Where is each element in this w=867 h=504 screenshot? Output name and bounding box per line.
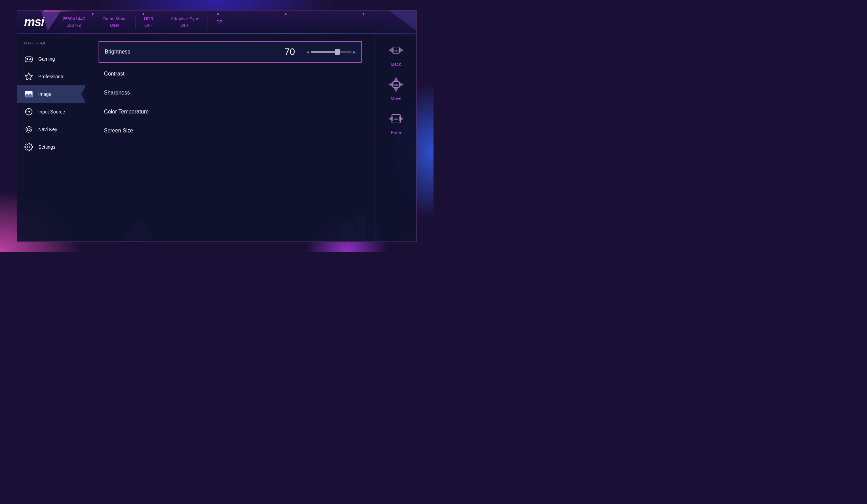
brightness-slider[interactable]: ◀ ▶ [307, 50, 356, 54]
svg-point-10 [30, 59, 30, 60]
setting-brightness[interactable]: Brightness 70 ◀ ▶ [98, 41, 362, 63]
sidebar-item-label-settings: Settings [38, 144, 55, 150]
setting-color-temperature[interactable]: Color Temperature [98, 104, 362, 120]
sidebar: MAG 275QF Gaming [17, 34, 85, 242]
svg-point-20 [28, 146, 30, 148]
dot-3 [217, 13, 219, 15]
settings-icon [24, 142, 33, 152]
dot-2 [142, 13, 144, 15]
sidebar-item-input-source[interactable]: Input Source [17, 103, 85, 120]
sidebar-item-label-navi: Navi Key [38, 127, 57, 132]
enter-dpad: OK [387, 109, 405, 128]
enter-control[interactable]: OK Enter [387, 109, 405, 135]
sidebar-item-label-input: Input Source [38, 109, 65, 115]
back-label: Back [391, 62, 401, 67]
header: msi 2560X1440 180 HZ Game Mode User HDR … [17, 11, 416, 34]
svg-point-12 [31, 59, 31, 60]
screen-size-label: Screen Size [104, 128, 357, 134]
sidebar-item-settings[interactable]: Settings [17, 138, 85, 156]
sidebar-item-image[interactable]: Image [17, 85, 85, 103]
sidebar-item-navi-key[interactable]: Navi Key [17, 120, 85, 138]
sidebar-item-label-gaming: Gaming [38, 56, 55, 62]
setting-screen-size[interactable]: Screen Size [98, 123, 362, 139]
header-adaptive-sync: Adaptive-Sync OFF [162, 15, 208, 29]
setting-sharpness[interactable]: Sharpness [98, 85, 362, 100]
monitor-label: MAG 275QF [17, 39, 85, 50]
svg-point-9 [30, 58, 31, 58]
header-line [17, 33, 416, 34]
control-panel: OK Back [376, 34, 416, 242]
setting-contrast[interactable]: Contrast [98, 66, 362, 82]
slider-track [311, 51, 352, 53]
svg-marker-31 [388, 116, 393, 121]
move-dpad: OK [387, 75, 405, 94]
brightness-label: Brightness [105, 49, 285, 55]
enter-label: Enter [391, 130, 401, 135]
svg-point-19 [26, 126, 32, 132]
contrast-label: Contrast [104, 71, 357, 77]
back-dpad: OK [387, 41, 405, 60]
logo-triangle [41, 11, 61, 31]
sidebar-item-gaming[interactable]: Gaming [17, 50, 85, 68]
gamepad-icon [24, 54, 33, 64]
svg-marker-3 [41, 11, 61, 31]
enter-dpad-svg: OK [387, 109, 405, 128]
brightness-value: 70 [285, 46, 301, 57]
sidebar-item-professional[interactable]: Professional [17, 68, 85, 85]
svg-point-11 [30, 59, 31, 60]
svg-marker-13 [25, 73, 32, 80]
header-hdr: HDR OFF [136, 15, 162, 29]
star-icon [24, 72, 33, 81]
header-info: 2560X1440 180 HZ Game Mode User HDR OFF … [54, 15, 409, 29]
dot-1 [92, 13, 94, 15]
svg-text:OK: OK [394, 84, 398, 86]
slider-thumb [335, 49, 340, 55]
svg-point-16 [27, 93, 28, 94]
svg-point-18 [28, 128, 31, 131]
back-control[interactable]: OK Back [387, 41, 405, 67]
back-dpad-svg: OK [387, 41, 405, 60]
slider-right-arrow: ▶ [353, 50, 356, 54]
slider-fill [311, 51, 337, 53]
color-temperature-label: Color Temperature [104, 109, 357, 115]
settings-panel: Brightness 70 ◀ ▶ Contrast [85, 34, 376, 242]
sidebar-item-label-professional: Professional [38, 74, 64, 79]
move-control[interactable]: OK Move [387, 75, 405, 101]
svg-marker-32 [399, 116, 404, 121]
dot-5 [363, 13, 364, 15]
svg-text:OK: OK [394, 50, 398, 52]
input-source-icon [24, 107, 33, 117]
brightness-control: 70 ◀ ▶ [285, 46, 356, 57]
sharpness-label: Sharpness [104, 90, 357, 96]
move-label: Move [391, 96, 402, 101]
slider-left-arrow: ◀ [307, 50, 309, 54]
content-area: MAG 275QF Gaming [17, 34, 416, 242]
svg-text:OK: OK [394, 118, 398, 121]
image-icon [24, 89, 33, 99]
dot-4 [285, 13, 287, 15]
header-input: DP [208, 19, 231, 25]
move-dpad-svg: OK [387, 75, 405, 94]
osd-container: msi 2560X1440 180 HZ Game Mode User HDR … [17, 10, 417, 242]
navi-key-icon [24, 125, 33, 134]
header-game-mode: Game Mode User [94, 15, 136, 29]
sidebar-item-label-image: Image [38, 92, 52, 97]
